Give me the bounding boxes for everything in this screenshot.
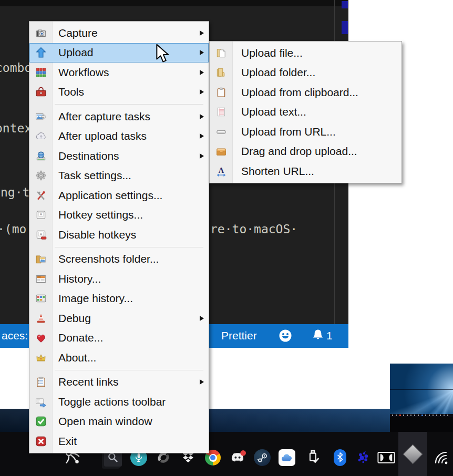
menu-item-capture[interactable]: Capture [29, 23, 209, 43]
folder-icon [214, 66, 229, 79]
menu-item-after-upload-tasks[interactable]: After upload tasks [29, 127, 209, 147]
submenu-item-upload-from-url[interactable]: Upload from URL... [210, 122, 401, 142]
notification-count[interactable]: 1 [326, 329, 333, 342]
menu-item-label: Tools [58, 86, 84, 98]
menu-item-label: Shorten URL... [241, 165, 314, 178]
menu-item-label: Destinations [58, 150, 119, 162]
submenu-item-shorten-url[interactable]: A Shorten URL... [210, 161, 401, 181]
code-fragment: re·to·macOS· [210, 222, 297, 236]
svg-text:A: A [40, 212, 43, 216]
overview-ruler-mark [342, 1, 348, 8]
svg-text:A: A [219, 166, 224, 174]
menu-item-task-settings[interactable]: Task settings... [29, 166, 209, 186]
menu-item-workflows[interactable]: Workflows [29, 63, 209, 82]
heart-icon [34, 331, 48, 345]
camera-icon [34, 26, 48, 40]
submenu-arrow-icon [200, 379, 204, 385]
submenu-arrow-icon [200, 316, 204, 321]
menu-item-tools[interactable]: Tools [29, 82, 209, 102]
steam-icon[interactable] [253, 448, 272, 467]
thumbnail-black-area [390, 417, 453, 432]
menu-item-label: About... [58, 351, 96, 364]
toolbox-icon [34, 85, 48, 99]
menu-item-label: Screenshots folder... [58, 253, 159, 265]
notifications-bell-icon[interactable] [311, 328, 325, 346]
menu-item-upload[interactable]: Upload [29, 43, 209, 63]
submenu-item-upload-file[interactable]: Upload file... [210, 43, 401, 63]
submenu-arrow-icon [200, 70, 204, 75]
menu-item-exit[interactable]: Exit [29, 431, 209, 451]
menu-item-label: Upload text... [241, 106, 306, 118]
thumbnail-dot [421, 415, 423, 416]
text-document-icon [214, 105, 229, 119]
submenu-arrow-icon [200, 133, 204, 139]
dolby-icon[interactable] [377, 448, 396, 467]
diamond-icon [403, 444, 423, 464]
menu-item-label: Application settings... [58, 189, 162, 202]
menu-separator [29, 102, 209, 107]
menu-item-toggle-actions-toolbar[interactable]: Toggle actions toolbar [29, 392, 209, 412]
menu-item-label: Task settings... [58, 169, 131, 182]
svg-text:A: A [40, 232, 43, 235]
menu-item-hotkey-settings[interactable]: A Hotkey settings... [29, 205, 209, 225]
submenu-item-drag-and-drop-upload[interactable]: Drag and drop upload... [210, 142, 401, 162]
menu-item-label: Hotkey settings... [58, 209, 143, 221]
menu-item-open-main-window[interactable]: Open main window [29, 412, 209, 432]
sharex-tray-menu: Capture Upload Workflows Tools After cap… [29, 21, 209, 453]
submenu-arrow-icon [200, 114, 204, 119]
menu-item-label: Toggle actions toolbar [58, 396, 166, 408]
menu-item-label: History... [58, 273, 101, 285]
overview-ruler-mark [342, 21, 348, 34]
wifi-icon[interactable] [431, 448, 450, 467]
menu-item-history[interactable]: History... [29, 269, 209, 289]
menu-item-recent-links[interactable]: Recent links [29, 372, 209, 392]
submenu-item-upload-from-clipboard[interactable]: Upload from clipboard... [210, 82, 401, 102]
red-x-icon [34, 434, 48, 448]
menu-item-label: Donate... [58, 332, 103, 344]
image-grid-icon [34, 292, 48, 305]
clipboard-list-icon [34, 375, 48, 389]
usb-icon[interactable] [304, 448, 323, 467]
discord-icon[interactable] [228, 448, 247, 467]
file-folder-icon [214, 46, 229, 60]
menu-item-about[interactable]: About... [29, 348, 209, 368]
drive-icon [214, 125, 229, 139]
menu-item-application-settings[interactable]: Application settings... [29, 185, 209, 205]
submenu-item-upload-text[interactable]: Upload text... [210, 102, 401, 122]
workflows-grid-icon [34, 66, 48, 79]
code-fragment: ·(mo [0, 222, 26, 236]
menu-separator [29, 245, 209, 250]
tray-active-cell[interactable] [398, 432, 427, 476]
cluster-icon[interactable] [353, 448, 372, 467]
thumbnail-taskbar [390, 414, 453, 417]
menu-item-label: Capture [58, 27, 98, 39]
menu-item-label: Upload folder... [241, 66, 315, 79]
menu-item-debug[interactable]: Debug [29, 308, 209, 328]
menu-item-image-history[interactable]: Image history... [29, 289, 209, 309]
feedback-smiley-icon[interactable] [279, 329, 292, 345]
clipboard-icon [214, 86, 229, 99]
prettier-status[interactable]: Prettier [221, 329, 257, 342]
menu-item-label: Upload [58, 46, 94, 59]
menu-item-donate[interactable]: Donate... [29, 328, 209, 348]
bluetooth-icon[interactable] [331, 448, 349, 467]
menu-item-label: Upload from clipboard... [241, 86, 358, 99]
menu-item-screenshots-folder[interactable]: Screenshots folder... [29, 250, 209, 270]
wallpaper-sky [390, 364, 453, 414]
menu-item-after-capture-tasks[interactable]: After capture tasks [29, 107, 209, 127]
menu-item-label: After upload tasks [58, 130, 147, 142]
menu-item-destinations[interactable]: Destinations [29, 146, 209, 166]
submenu-item-upload-folder[interactable]: Upload folder... [210, 63, 401, 83]
toolbar-arrow-icon [34, 395, 48, 409]
wallpaper-horizon-line [390, 389, 453, 390]
editor-top-band [0, 0, 348, 6]
keyboard-key-icon: A [34, 208, 48, 222]
crown-icon [34, 351, 48, 365]
icloud-icon[interactable] [277, 448, 296, 467]
history-window-icon [34, 272, 48, 286]
screen: combo ontext ng·t ·(mo re·to·macOS· aces… [0, 0, 453, 476]
menu-separator [29, 368, 209, 372]
submenu-arrow-icon [200, 50, 204, 55]
menu-item-disable-hotkeys[interactable]: A Disable hotkeys [29, 225, 209, 245]
upload-arrow-icon [34, 46, 48, 59]
